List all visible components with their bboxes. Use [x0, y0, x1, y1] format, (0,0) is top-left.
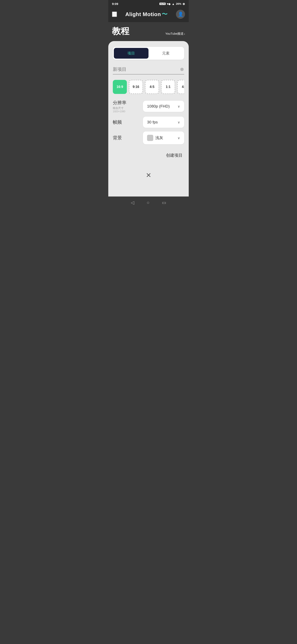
app-logo-icon: 〜: [162, 10, 168, 18]
main-card: 项目 元素 ⊗ 16:9 9:16 4:5 1:1 4:3 ✏ 分辨率 组合尺寸…: [108, 41, 189, 196]
ratio-btn-16-9[interactable]: 16:9: [113, 80, 127, 94]
bottom-recents-icon[interactable]: ▭: [162, 200, 166, 206]
tab-project[interactable]: 项目: [114, 48, 148, 58]
battery-plus-icon: ⊕: [183, 2, 185, 6]
youtube-link[interactable]: YouTube频道 ›: [165, 32, 185, 37]
bottom-back-icon[interactable]: ◁: [131, 200, 134, 206]
framerate-chevron-icon: ∨: [178, 120, 180, 124]
resolution-chevron-icon: ∨: [178, 104, 180, 108]
youtube-link-text: YouTube频道: [165, 32, 184, 36]
wifi-icon: ▾◆: [167, 2, 171, 6]
resolution-setting-row: 分辨率 组合尺寸 1920×1080 1080p (FHD) ∨: [113, 100, 184, 113]
status-bar: 9:09 VoLTE ▾◆ ▲ 26% ⊕: [108, 0, 189, 7]
status-icons-group: VoLTE ▾◆ ▲ 26% ⊕: [159, 2, 185, 6]
battery-percentage: 26%: [176, 2, 181, 5]
page-title: 教程: [112, 26, 129, 37]
framerate-setting-row: 帧频 30 fps ∨: [113, 116, 184, 128]
project-name-row: ⊗: [113, 66, 184, 74]
app-title-group: Alight Motion 〜: [125, 10, 167, 18]
signal-icon: ▲: [172, 2, 175, 6]
resolution-sub-label: 组合尺寸: [113, 106, 126, 110]
background-value: 浅灰: [155, 135, 163, 140]
background-chevron-icon: ∨: [178, 136, 180, 140]
tab-switcher: 项目 元素: [113, 47, 184, 60]
background-label: 背景: [113, 135, 122, 141]
bottom-bar: ◁ ○ ▭: [108, 196, 189, 209]
background-setting-row: 背景 浅灰 ∨: [113, 132, 184, 144]
framerate-value: 30 fps: [147, 120, 158, 124]
clear-input-button[interactable]: ⊗: [180, 66, 184, 72]
ratio-btn-9-16[interactable]: 9:16: [129, 80, 143, 94]
hamburger-menu-button[interactable]: ☰: [112, 12, 117, 17]
app-header: ☰ Alight Motion 〜 👤: [108, 7, 189, 22]
create-project-button[interactable]: 创建项目: [165, 151, 183, 160]
volte-icon: VoLTE: [159, 3, 166, 5]
status-time: 9:09: [112, 2, 118, 6]
resolution-dropdown[interactable]: 1080p (FHD) ∨: [143, 101, 184, 112]
ratio-btn-1-1[interactable]: 1:1: [161, 80, 175, 94]
avatar-icon: 👤: [178, 12, 183, 17]
framerate-label: 帧频: [113, 119, 122, 125]
bottom-home-icon[interactable]: ○: [147, 200, 149, 206]
bg-dropdown-content: 浅灰: [147, 135, 163, 141]
project-name-input[interactable]: [113, 67, 180, 72]
background-color-swatch: [147, 135, 153, 141]
create-btn-row: 创建项目: [113, 151, 184, 160]
aspect-ratio-row: 16:9 9:16 4:5 1:1 4:3 ✏: [113, 80, 184, 94]
resolution-dim: 1920×1080: [113, 110, 126, 113]
app-title-text: Alight Motion: [125, 11, 161, 18]
resolution-label-group: 分辨率 组合尺寸 1920×1080: [113, 100, 126, 113]
background-dropdown[interactable]: 浅灰 ∨: [143, 132, 184, 144]
close-area: ✕: [113, 163, 184, 192]
ratio-btn-4-5[interactable]: 4:5: [145, 80, 159, 94]
sub-header: 教程 YouTube频道 ›: [108, 22, 189, 41]
resolution-label: 分辨率: [113, 100, 126, 106]
framerate-dropdown[interactable]: 30 fps ∨: [143, 116, 184, 128]
close-button[interactable]: ✕: [146, 171, 151, 179]
tab-elements[interactable]: 元素: [148, 48, 183, 58]
chevron-right-icon: ›: [184, 32, 185, 36]
ratio-btn-4-3[interactable]: 4:3: [177, 80, 184, 94]
resolution-value: 1080p (FHD): [147, 104, 170, 108]
avatar-button[interactable]: 👤: [176, 10, 185, 19]
